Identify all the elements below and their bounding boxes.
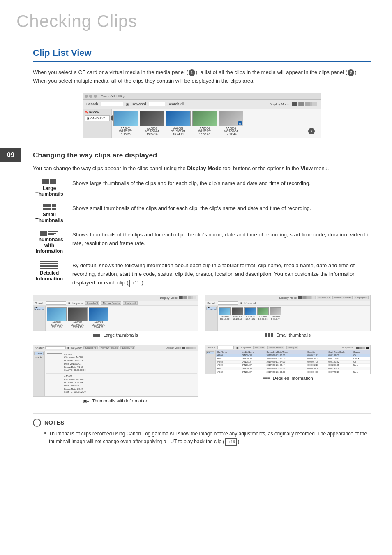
notes-title: NOTES — [44, 419, 64, 426]
detailed-info-label: ≡≡≡ Detailed information — [263, 376, 313, 381]
clip-list-view-title: Clip List View — [33, 48, 371, 62]
changing-display-section: Changing the way clips are displayed You… — [33, 151, 371, 403]
small-thumbnails-icon: Small Thumbnails — [33, 204, 66, 223]
detailed-info-desc: By default, shows the following informat… — [72, 261, 371, 287]
ref-box-19: □ 19 — [225, 438, 237, 446]
large-thumbnails-screenshot: Display Mode Search ▣ Keyword S — [33, 295, 198, 338]
info-circle-icon: i — [33, 419, 41, 427]
circle-1: 1 — [189, 69, 195, 76]
thumbnails-info-icon: Thumbnails withInformation — [33, 231, 66, 254]
thumbnails-info-screenshot: Search ▣ Keyword Search All Narrow Resul… — [33, 345, 198, 403]
small-thumbnails-desc: Shows small thumbnails of the clips and … — [72, 204, 371, 213]
notes-bullet-1: Thumbnails of clips recorded using Canon… — [49, 430, 371, 446]
ref-box-11: □ 11 — [129, 280, 141, 287]
large-thumbnails-desc: Shows large thumbnails of the clips and … — [72, 179, 371, 188]
page-title: Checking Clips — [0, 0, 392, 35]
detailed-info-screenshot: Search ▣ Keyword Search All Narrow Resul… — [205, 345, 371, 403]
screenshots-row-1: Display Mode Search ▣ Keyword S — [33, 295, 371, 338]
small-thumbnails-item: Small Thumbnails Shows small thumbnails … — [33, 204, 371, 223]
detailed-info-item: Detailed Information By default, shows t… — [33, 261, 371, 287]
screenshots-row-2: Search ▣ Keyword Search All Narrow Resul… — [33, 345, 371, 403]
small-thumbnails-screenshot: Display Mode Search All Narrow Results D… — [205, 295, 371, 338]
clip-list-view-body: When you select a CF card or a virtual m… — [33, 68, 371, 86]
thumbnails-info-label: ▣= Thumbnails with information — [83, 398, 148, 403]
thumbnails-info-item: Thumbnails withInformation Shows thumbna… — [33, 231, 371, 254]
notes-section: i NOTES Thumbnails of clips recorded usi… — [33, 413, 371, 446]
large-thumbnails-item: Large Thumbnails Shows large thumbnails … — [33, 179, 371, 197]
small-thumbnails-label: Small thumbnails — [265, 333, 311, 338]
clip-list-view-section: Clip List View When you select a CF card… — [33, 48, 371, 138]
large-thumbnails-label: Large thumbnails — [93, 333, 138, 338]
changing-display-body: You can change the way clips appear in t… — [33, 164, 371, 173]
detailed-info-icon: Detailed Information — [33, 261, 66, 282]
thumbnails-info-desc: Shows thumbnails of the clips and for ea… — [72, 231, 371, 248]
main-screenshot-mockup: Canon XF Utility Search ▣ Keyword Search… — [83, 93, 321, 138]
circle-2: 2 — [348, 69, 354, 76]
changing-display-title: Changing the way clips are displayed — [33, 151, 371, 160]
large-thumbnails-icon: Large Thumbnails — [33, 179, 66, 197]
bullet-dot — [44, 432, 46, 434]
